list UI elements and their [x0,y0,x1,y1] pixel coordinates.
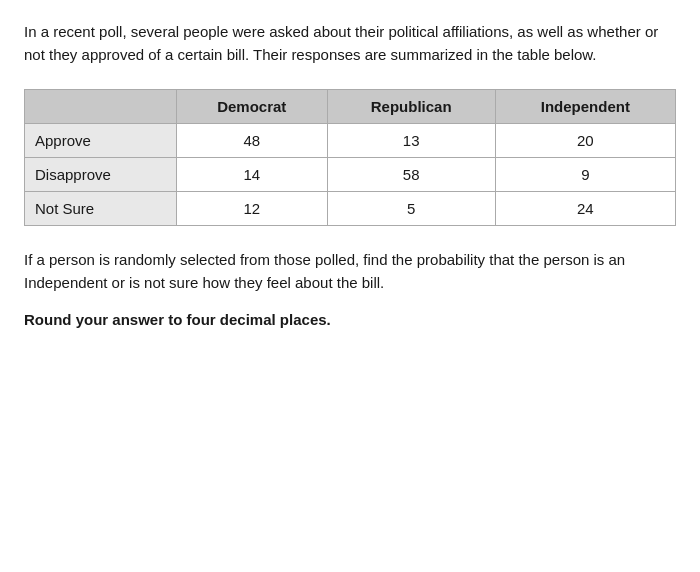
cell-approve-democrat: 48 [176,123,327,157]
cell-not-sure-democrat: 12 [176,191,327,225]
cell-disapprove-democrat: 14 [176,157,327,191]
table-row-approve: Approve 48 13 20 [25,123,676,157]
cell-not-sure-independent: 24 [495,191,675,225]
cell-disapprove-republican: 58 [327,157,495,191]
table-header-empty [25,89,177,123]
intro-paragraph: In a recent poll, several people were as… [24,20,676,67]
question-paragraph: If a person is randomly selected from th… [24,248,676,295]
round-note: Round your answer to four decimal places… [24,308,676,331]
cell-approve-independent: 20 [495,123,675,157]
row-label-not-sure: Not Sure [25,191,177,225]
table-header-democrat: Democrat [176,89,327,123]
row-label-disapprove: Disapprove [25,157,177,191]
cell-disapprove-independent: 9 [495,157,675,191]
table-row-disapprove: Disapprove 14 58 9 [25,157,676,191]
data-table: Democrat Republican Independent Approve … [24,89,676,226]
row-label-approve: Approve [25,123,177,157]
cell-not-sure-republican: 5 [327,191,495,225]
table-header-independent: Independent [495,89,675,123]
table-row-not-sure: Not Sure 12 5 24 [25,191,676,225]
cell-approve-republican: 13 [327,123,495,157]
table-header-republican: Republican [327,89,495,123]
